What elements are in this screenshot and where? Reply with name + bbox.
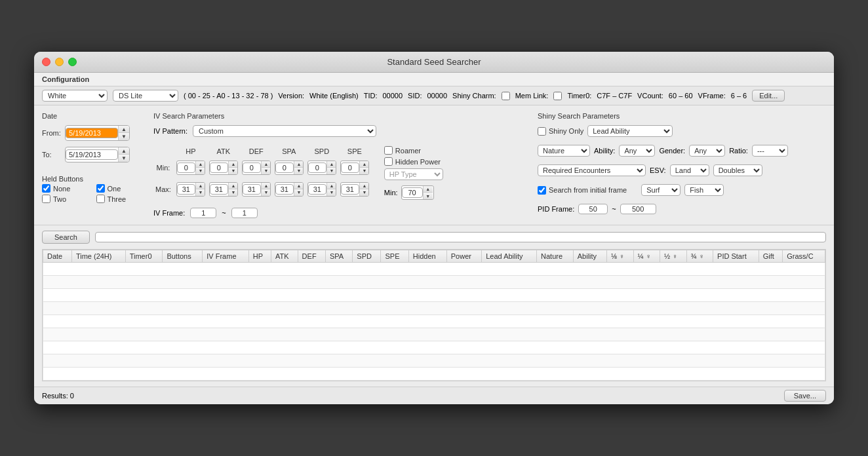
- search-button[interactable]: Search: [42, 231, 90, 244]
- search-initial-label: Search from initial frame: [538, 186, 627, 195]
- to-label: To:: [42, 151, 62, 159]
- fish-select[interactable]: Fish: [684, 184, 724, 196]
- iv-min-def[interactable]: [243, 162, 261, 173]
- date-to-down[interactable]: ▼: [119, 155, 129, 162]
- hidden-min-down[interactable]: ▼: [424, 193, 433, 199]
- iv-min-atk[interactable]: [210, 162, 228, 173]
- iv-min-atk-up[interactable]: ▲: [229, 161, 238, 168]
- pid-frame-to-input[interactable]: [620, 204, 656, 214]
- iv-max-spd-up[interactable]: ▲: [327, 183, 336, 189]
- hidden-power-checkbox[interactable]: [384, 157, 393, 166]
- iv-pattern-row: IV Pattern: Custom: [153, 125, 528, 137]
- iv-max-spa[interactable]: [275, 184, 294, 195]
- gender-select[interactable]: Any: [689, 145, 725, 157]
- hidden-min-up[interactable]: ▲: [424, 186, 433, 193]
- iv-min-hp-down[interactable]: ▼: [196, 168, 205, 174]
- cb-two[interactable]: [42, 195, 50, 203]
- iv-min-spa-up[interactable]: ▲: [294, 161, 304, 168]
- surf-select[interactable]: Surf: [641, 184, 681, 196]
- date-from-input[interactable]: 5/19/2013: [66, 128, 118, 138]
- hidden-min-row: Min: ▲▼: [384, 185, 443, 200]
- iv-min-hp-up[interactable]: ▲: [196, 161, 205, 168]
- iv-max-atk-up[interactable]: ▲: [229, 183, 238, 189]
- iv-max-def-up[interactable]: ▲: [262, 183, 271, 189]
- iv-max-atk-down[interactable]: ▼: [229, 189, 238, 196]
- col-hp: HP: [248, 250, 271, 263]
- save-button[interactable]: Save...: [784, 390, 826, 402]
- ability-select[interactable]: Any: [619, 145, 655, 157]
- date-to-input[interactable]: 5/19/2013: [66, 149, 118, 160]
- encounters-select[interactable]: Required Encounters: [538, 164, 646, 176]
- iv-max-spa-up[interactable]: ▲: [294, 183, 304, 189]
- edit-button[interactable]: Edit...: [752, 90, 785, 102]
- iv-max-atk[interactable]: [210, 184, 228, 195]
- iv-max-hp-down[interactable]: ▼: [196, 189, 205, 196]
- iv-min-def-down[interactable]: ▼: [262, 168, 271, 174]
- cb-one-label: One: [96, 184, 144, 193]
- tid-label: TID:: [364, 92, 378, 100]
- hp-type-select[interactable]: HP Type: [384, 168, 443, 180]
- lead-ability-select[interactable]: Lead Ability: [587, 125, 673, 137]
- cb-one[interactable]: [96, 184, 105, 193]
- iv-min-spa[interactable]: [275, 162, 294, 173]
- progress-bar: [95, 232, 826, 242]
- col-f12: ½ ♀: [660, 250, 687, 263]
- iv-max-spd-down[interactable]: ▼: [327, 189, 336, 196]
- iv-min-spe-down[interactable]: ▼: [360, 168, 369, 174]
- iv-min-spe[interactable]: [341, 162, 359, 173]
- iv-min-hp[interactable]: [177, 162, 195, 173]
- doubles-select[interactable]: Doubles: [713, 164, 762, 176]
- maximize-button[interactable]: [68, 58, 77, 66]
- iv-min-def-up[interactable]: ▲: [262, 161, 271, 168]
- search-initial-checkbox[interactable]: [538, 186, 546, 195]
- from-label: From:: [42, 129, 62, 137]
- ds-select[interactable]: DS Lite: [113, 90, 178, 102]
- held-buttons-label: Held Buttons: [42, 175, 144, 183]
- iv-max-spa-down[interactable]: ▼: [294, 189, 304, 196]
- iv-min-def-cell: ▲▼: [240, 157, 273, 178]
- shiny-only-checkbox[interactable]: [538, 127, 546, 136]
- iv-pattern-select[interactable]: Custom: [193, 125, 376, 137]
- iv-max-spe-up[interactable]: ▲: [360, 183, 369, 189]
- iv-max-spe[interactable]: [341, 184, 359, 195]
- cb-three[interactable]: [96, 195, 105, 203]
- roamer-hp-column: Roamer Hidden Power HP Type Min: ▲▼: [384, 146, 443, 200]
- game-select[interactable]: White: [42, 90, 108, 102]
- cb-none[interactable]: [42, 184, 50, 193]
- date-from-up[interactable]: ▲: [119, 126, 129, 133]
- ratio-select[interactable]: ---: [752, 145, 788, 157]
- held-buttons-section: Held Buttons None One Two: [42, 175, 144, 203]
- iv-max-def-down[interactable]: ▼: [262, 189, 271, 196]
- hidden-min-input[interactable]: [402, 187, 423, 198]
- iv-min-atk-down[interactable]: ▼: [229, 168, 238, 174]
- iv-frame-to-input[interactable]: [231, 208, 258, 218]
- date-to-up[interactable]: ▲: [119, 147, 129, 155]
- iv-max-def[interactable]: [243, 184, 261, 195]
- mem-link-checkbox[interactable]: [553, 92, 562, 100]
- iv-max-hp-up[interactable]: ▲: [196, 183, 205, 189]
- toolbar: White DS Lite ( 00 - 25 - A0 - 13 - 32 -…: [34, 86, 834, 105]
- iv-spa-header: SPA: [273, 146, 306, 157]
- pid-frame-from-input[interactable]: [578, 204, 608, 214]
- iv-min-spd-up[interactable]: ▲: [327, 161, 336, 168]
- iv-min-spd[interactable]: [308, 162, 326, 173]
- sid-label: SID:: [408, 92, 422, 100]
- roamer-checkbox[interactable]: [384, 146, 393, 155]
- iv-max-hp[interactable]: [177, 184, 195, 195]
- iv-max-hp-cell: ▲▼: [174, 178, 207, 200]
- gender-label: Gender:: [659, 147, 685, 155]
- iv-min-spd-down[interactable]: ▼: [327, 168, 336, 174]
- iv-min-spa-down[interactable]: ▼: [294, 168, 304, 174]
- iv-max-spd[interactable]: [308, 184, 326, 195]
- esv-select[interactable]: Land: [670, 164, 709, 176]
- date-from-down[interactable]: ▼: [119, 133, 129, 140]
- col-timer0: Timer0: [125, 250, 163, 263]
- iv-max-spe-down[interactable]: ▼: [360, 189, 369, 196]
- nature-select[interactable]: Nature: [538, 145, 590, 157]
- iv-frame-from-input[interactable]: [190, 208, 216, 218]
- minimize-button[interactable]: [55, 58, 64, 66]
- iv-min-spe-up[interactable]: ▲: [360, 161, 369, 168]
- close-button[interactable]: [42, 58, 50, 66]
- shiny-charm-checkbox[interactable]: [502, 92, 510, 100]
- traffic-lights: [42, 58, 77, 66]
